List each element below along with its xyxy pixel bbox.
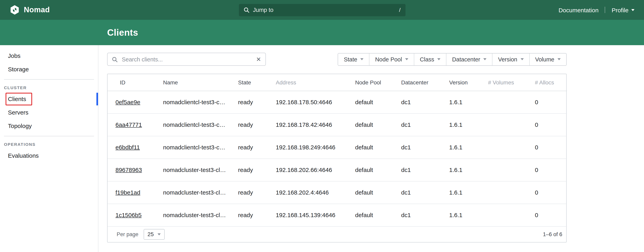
cell-state: ready [238,181,276,204]
cell-version: 1.6.1 [449,204,488,226]
sidebar-item-storage[interactable]: Storage [0,63,98,76]
cell-id: e6bdbf11 [108,136,163,159]
cell-node-pool: default [355,204,401,226]
cell-state: ready [238,91,276,113]
column-header-name[interactable]: Name [163,74,238,91]
client-row[interactable]: 1c1506b5 nomadcluster-test3-cl… ready 19… [108,204,567,226]
filter-node-pool[interactable]: Node Pool [369,53,414,65]
sidebar-divider [4,136,94,136]
sidebar-item-evaluations[interactable]: Evaluations [0,149,98,162]
column-header-state[interactable]: State [238,74,276,91]
cell-node-pool: default [355,181,401,204]
clear-search-icon[interactable]: ✕ [256,56,261,62]
client-id-link[interactable]: 1c1506b5 [116,212,142,218]
documentation-link[interactable]: Documentation [558,6,598,13]
page-title: Clients [107,27,138,38]
pagination-range: 1–6 of 6 [543,231,562,237]
column-header-node-pool[interactable]: Node Pool [355,74,401,91]
cell-datacenter: dc1 [401,204,449,226]
chevron-down-icon [520,58,524,60]
cell-volumes [488,159,535,181]
cell-volumes [488,136,535,159]
sidebar: Jobs Storage CLUSTER Clients Servers Top… [0,45,98,252]
filter-version[interactable]: Version [492,53,529,65]
filter-bar: State Node Pool Class Datacenter Version [338,53,566,66]
client-id-link[interactable]: 6aa47771 [116,121,142,128]
cell-name: nomadcluster-test3-cl… [163,204,238,226]
cell-version: 1.6.1 [449,113,488,136]
cell-allocs: 0 [535,204,567,226]
client-row[interactable]: 0ef5ae9e nomadclientcl-test3-c… ready 19… [108,91,567,113]
column-header-datacenter[interactable]: Datacenter [401,74,449,91]
chevron-down-icon [484,58,487,60]
client-row[interactable]: e6bdbf11 nomadclientcl-test3-c… ready 19… [108,136,567,159]
cell-allocs: 0 [535,181,567,204]
client-id-link[interactable]: 89678963 [116,166,142,173]
cell-datacenter: dc1 [401,181,449,204]
column-header-id[interactable]: ID [108,74,163,91]
clients-table: ID Name State Address Node Pool Datacent… [108,74,567,227]
cell-volumes [488,204,535,226]
cell-address: 192.168.178.42:4646 [276,113,355,136]
search-icon [112,56,118,62]
search-input[interactable] [121,56,252,63]
nomad-logo-icon [10,5,20,15]
nomad-home-link[interactable]: Nomad [10,5,50,15]
sidebar-section-cluster-heading: CLUSTER [0,83,98,92]
filter-datacenter[interactable]: Datacenter [446,53,492,65]
chevron-down-icon [360,58,364,60]
cell-state: ready [238,204,276,226]
cell-address: 192.168.198.249:4646 [276,136,355,159]
column-header-allocs: # Allocs [535,74,567,91]
sidebar-item-jobs[interactable]: Jobs [0,49,98,63]
cell-name: nomadclientcl-test3-c… [163,113,238,136]
cell-address: 192.168.202.4:4646 [276,181,355,204]
cell-volumes [488,113,535,136]
cell-datacenter: dc1 [401,113,449,136]
cell-volumes [488,181,535,204]
chevron-down-icon [405,58,408,60]
client-row[interactable]: f19be1ad nomadcluster-test3-cl… ready 19… [108,181,567,204]
column-header-volumes: # Volumes [488,74,535,91]
per-page-select[interactable]: 25 [144,229,165,240]
column-header-address: Address [276,74,355,91]
jump-to-search[interactable]: / [239,4,405,16]
client-id-link[interactable]: 0ef5ae9e [116,99,140,105]
chevron-down-icon [631,9,634,11]
cell-state: ready [238,136,276,159]
filter-volume[interactable]: Volume [529,53,566,65]
jump-to-input[interactable] [252,6,396,13]
cell-node-pool: default [355,113,401,136]
cell-node-pool: default [355,91,401,113]
sidebar-section-operations-heading: OPERATIONS [0,139,98,149]
navbar-divider [605,7,605,13]
cell-allocs: 0 [535,136,567,159]
cell-node-pool: default [355,159,401,181]
filter-class[interactable]: Class [414,53,446,65]
page-header: Clients [0,20,644,45]
profile-menu[interactable]: Profile [612,6,634,13]
sidebar-item-clients[interactable]: Clients [0,92,98,106]
main-content: ✕ State Node Pool Class Datacenter [98,45,644,252]
top-navbar: Nomad / Documentation Profile [0,0,644,20]
column-header-version[interactable]: Version [449,74,488,91]
client-id-link[interactable]: e6bdbf11 [116,144,140,151]
cell-name: nomadclientcl-test3-c… [163,136,238,159]
cell-datacenter: dc1 [401,136,449,159]
clients-table-card: ID Name State Address Node Pool Datacent… [107,74,566,242]
cell-name: nomadclientcl-test3-c… [163,91,238,113]
client-id-link[interactable]: f19be1ad [116,189,140,196]
filter-state[interactable]: State [338,53,369,65]
clients-search-box: ✕ [107,53,266,66]
client-row[interactable]: 89678963 nomadcluster-test3-cl… ready 19… [108,159,567,181]
nomad-app: Nomad / Documentation Profile Clients Jo… [0,0,644,252]
sidebar-item-topology[interactable]: Topology [0,119,98,133]
table-header-row: ID Name State Address Node Pool Datacent… [108,74,567,91]
profile-label: Profile [612,6,628,13]
client-row[interactable]: 6aa47771 nomadclientcl-test3-c… ready 19… [108,113,567,136]
sidebar-item-servers[interactable]: Servers [0,106,98,119]
cell-version: 1.6.1 [449,159,488,181]
per-page-label: Per page [117,231,138,237]
cell-id: 1c1506b5 [108,204,163,226]
cell-allocs: 0 [535,159,567,181]
